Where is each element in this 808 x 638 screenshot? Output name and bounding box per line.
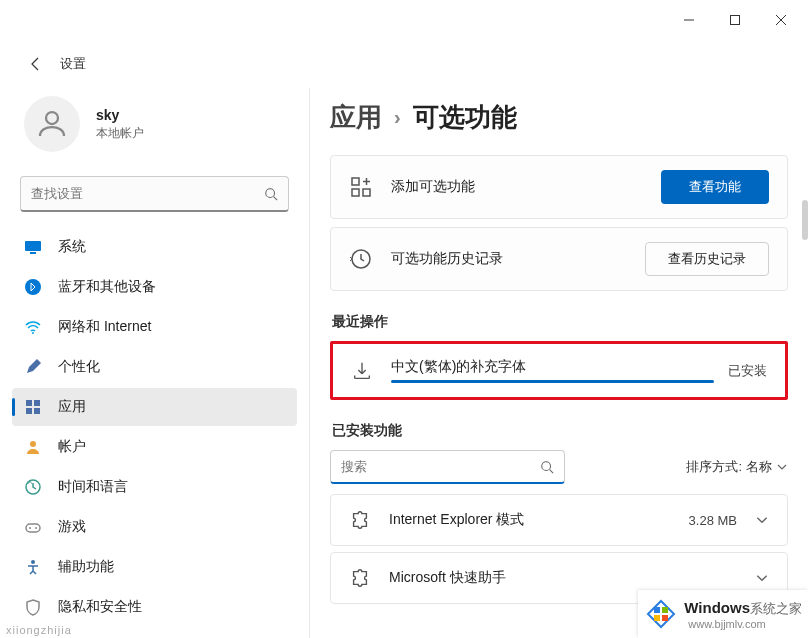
user-section[interactable]: sky 本地帐户 <box>12 88 297 172</box>
history-label: 可选功能历史记录 <box>391 250 645 268</box>
feature-size: 3.28 MB <box>689 513 737 528</box>
svg-rect-24 <box>363 189 370 196</box>
sidebar-item-brush[interactable]: 个性化 <box>12 348 297 386</box>
sidebar-item-apps[interactable]: 应用 <box>12 388 297 426</box>
watermark-brand-sub: 系统之家 <box>750 601 802 616</box>
installed-section-title: 已安装功能 <box>332 422 788 440</box>
svg-rect-18 <box>26 524 40 532</box>
sidebar-item-label: 系统 <box>58 238 86 256</box>
svg-point-20 <box>35 527 37 529</box>
sidebar-item-shield[interactable]: 隐私和安全性 <box>12 588 297 626</box>
accessibility-icon <box>24 558 42 576</box>
sidebar-item-label: 时间和语言 <box>58 478 128 496</box>
bluetooth-icon <box>24 278 42 296</box>
sidebar-item-display[interactable]: 系统 <box>12 228 297 266</box>
svg-rect-14 <box>34 408 40 414</box>
svg-line-6 <box>274 196 278 200</box>
svg-rect-7 <box>25 241 41 251</box>
svg-rect-22 <box>352 178 359 185</box>
sidebar-item-label: 帐户 <box>58 438 86 456</box>
game-icon <box>24 518 42 536</box>
recent-section-title: 最近操作 <box>332 313 788 331</box>
sidebar-item-label: 网络和 Internet <box>58 318 151 336</box>
puzzle-icon <box>349 567 371 589</box>
svg-point-15 <box>30 441 36 447</box>
add-feature-label: 添加可选功能 <box>391 178 661 196</box>
maximize-button[interactable] <box>712 4 758 36</box>
svg-rect-1 <box>731 16 740 25</box>
feature-name: Internet Explorer 模式 <box>389 511 689 529</box>
sidebar-item-label: 游戏 <box>58 518 86 536</box>
svg-point-9 <box>25 279 41 295</box>
windows-logo-icon <box>644 597 678 631</box>
close-button[interactable] <box>758 4 804 36</box>
titlebar <box>0 0 808 40</box>
display-icon <box>24 238 42 256</box>
avatar <box>24 96 80 152</box>
puzzle-icon <box>349 509 371 531</box>
sidebar-item-wifi[interactable]: 网络和 Internet <box>12 308 297 346</box>
view-history-button[interactable]: 查看历史记录 <box>645 242 769 276</box>
sidebar-item-label: 个性化 <box>58 358 100 376</box>
svg-line-29 <box>550 469 554 473</box>
view-features-button[interactable]: 查看功能 <box>661 170 769 204</box>
svg-point-19 <box>29 527 31 529</box>
sort-label: 排序方式: <box>686 458 742 476</box>
svg-text:A: A <box>28 479 32 485</box>
svg-point-10 <box>32 332 34 334</box>
chevron-down-icon <box>755 513 769 527</box>
svg-rect-30 <box>654 607 660 613</box>
svg-rect-23 <box>352 189 359 196</box>
watermark-brand: Windows <box>684 599 750 616</box>
user-name: sky <box>96 107 144 123</box>
search-icon <box>540 460 554 474</box>
minimize-button[interactable] <box>666 4 712 36</box>
sidebar-item-clock[interactable]: A时间和语言 <box>12 468 297 506</box>
breadcrumb-separator: › <box>394 106 401 129</box>
download-icon <box>351 360 373 382</box>
grid-plus-icon <box>349 175 373 199</box>
svg-point-28 <box>542 461 551 470</box>
svg-point-21 <box>31 560 35 564</box>
recent-item[interactable]: 中文(繁体)的补充字体 已安装 <box>333 344 785 397</box>
settings-search-input[interactable] <box>31 186 264 201</box>
sidebar-item-label: 应用 <box>58 398 86 416</box>
svg-rect-11 <box>26 400 32 406</box>
settings-search[interactable] <box>20 176 289 212</box>
sidebar-item-person[interactable]: 帐户 <box>12 428 297 466</box>
chevron-down-icon <box>776 461 788 473</box>
installed-search-input[interactable] <box>341 459 540 474</box>
sidebar-item-game[interactable]: 游戏 <box>12 508 297 546</box>
breadcrumb-page: 可选功能 <box>413 100 517 135</box>
main-content: 应用 › 可选功能 添加可选功能 查看功能 可选功能历史记录 查看历史记录 最近… <box>310 88 808 638</box>
sidebar-item-accessibility[interactable]: 辅助功能 <box>12 548 297 586</box>
back-button[interactable] <box>16 44 56 84</box>
user-type: 本地帐户 <box>96 125 144 142</box>
sort-dropdown[interactable]: 排序方式: 名称 <box>686 458 788 476</box>
svg-rect-8 <box>30 252 36 254</box>
feature-name: Microsoft 快速助手 <box>389 569 755 587</box>
recent-item-status: 已安装 <box>728 362 767 380</box>
watermark-left: xiiongzhijia <box>6 624 72 636</box>
search-icon <box>264 187 278 201</box>
sidebar-item-label: 蓝牙和其他设备 <box>58 278 156 296</box>
header: 设置 <box>0 40 808 88</box>
breadcrumb-parent[interactable]: 应用 <box>330 100 382 135</box>
svg-point-4 <box>46 112 58 124</box>
scrollbar-thumb[interactable] <box>802 200 808 240</box>
watermark-url: www.bjjmlv.com <box>688 618 802 630</box>
recent-highlight-box: 中文(繁体)的补充字体 已安装 <box>330 341 788 400</box>
wifi-icon <box>24 318 42 336</box>
breadcrumb: 应用 › 可选功能 <box>330 100 788 135</box>
shield-icon <box>24 598 42 616</box>
brush-icon <box>24 358 42 376</box>
apps-icon <box>24 398 42 416</box>
installed-search[interactable] <box>330 450 565 484</box>
sidebar-item-label: 隐私和安全性 <box>58 598 142 616</box>
svg-rect-33 <box>662 615 668 621</box>
sidebar-item-bluetooth[interactable]: 蓝牙和其他设备 <box>12 268 297 306</box>
installed-feature-row[interactable]: Internet Explorer 模式3.28 MB <box>330 494 788 546</box>
sidebar: sky 本地帐户 系统蓝牙和其他设备网络和 Internet个性化应用帐户A时间… <box>0 88 310 638</box>
svg-rect-32 <box>654 615 660 621</box>
watermark-badge: Windows系统之家 www.bjjmlv.com <box>638 590 808 638</box>
